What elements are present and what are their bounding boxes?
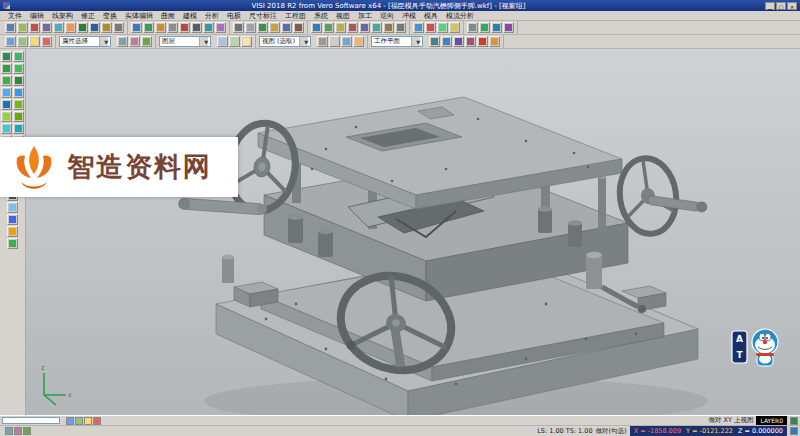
toolbar-icon[interactable] (77, 22, 88, 33)
toolbar-icon[interactable] (449, 22, 460, 33)
sidebar-tool-icon[interactable] (1, 63, 12, 74)
toolbar-icon[interactable] (477, 36, 488, 47)
attribute-filter-dropdown[interactable]: 属性选择 ▼ (59, 36, 111, 47)
menu-item[interactable]: 分析 (201, 11, 223, 21)
toolbar-icon[interactable] (179, 22, 190, 33)
toolbar-icon[interactable] (41, 22, 52, 33)
toolbar-icon[interactable] (317, 36, 328, 47)
status-icon[interactable] (84, 417, 92, 425)
toolbar-icon[interactable] (441, 36, 452, 47)
toolbar-icon[interactable] (437, 22, 448, 33)
menu-item[interactable]: 电极 (223, 11, 245, 21)
toolbar-icon[interactable] (29, 36, 40, 47)
status-icon[interactable] (23, 427, 31, 435)
toolbar-icon[interactable] (217, 36, 228, 47)
menu-item[interactable]: 工程图 (281, 11, 310, 21)
menu-item[interactable]: 实体编辑 (121, 11, 157, 21)
toolbar-icon[interactable] (335, 22, 346, 33)
window-titlebar[interactable]: VISI 2018 R2 from Vero Software x64 - [福… (0, 0, 800, 11)
menu-item[interactable]: 模流分析 (442, 11, 478, 21)
close-button[interactable]: ✕ (787, 2, 797, 10)
toolbar-icon[interactable] (101, 22, 112, 33)
menu-item[interactable]: 加工 (354, 11, 376, 21)
toolbar-icon[interactable] (41, 36, 52, 47)
toolbar-icon[interactable] (5, 22, 16, 33)
status-icon[interactable] (93, 417, 101, 425)
menu-item[interactable]: 修正 (77, 11, 99, 21)
minimize-button[interactable]: ▁ (765, 2, 775, 10)
menu-item[interactable]: 线架构 (48, 11, 77, 21)
toolbar-icon[interactable] (329, 36, 340, 47)
toolbar-icon[interactable] (429, 36, 440, 47)
menu-item[interactable]: 曲面 (157, 11, 179, 21)
toolbar-icon[interactable] (293, 22, 304, 33)
toolbar-icon[interactable] (257, 22, 268, 33)
sidebar-tool-icon[interactable] (1, 51, 12, 62)
right-handwheel[interactable] (615, 154, 708, 237)
menu-item[interactable]: 逆向 (376, 11, 398, 21)
toolbar-icon[interactable] (353, 36, 364, 47)
sidebar-tool-icon[interactable] (7, 226, 18, 237)
snap-toggle-label[interactable]: 做对(勾选) (596, 427, 627, 436)
sidebar-tool-icon[interactable] (13, 75, 24, 86)
toolbar-icon[interactable] (503, 22, 514, 33)
viewport-scene[interactable]: Z X (26, 49, 799, 415)
toolbar-icon[interactable] (233, 22, 244, 33)
toolbar-icon[interactable] (453, 36, 464, 47)
toolbar-icon[interactable] (215, 22, 226, 33)
sidebar-tool-icon[interactable] (13, 63, 24, 74)
toolbar-icon[interactable] (143, 22, 154, 33)
viewport-3d[interactable]: Z X A T (26, 49, 800, 415)
menu-item[interactable]: 尺寸标注 (245, 11, 281, 21)
toolbar-icon[interactable] (113, 22, 124, 33)
toolbar-icon[interactable] (311, 22, 322, 33)
toolbar-icon[interactable] (17, 22, 28, 33)
toolbar-icon[interactable] (191, 22, 202, 33)
toolbar-icon[interactable] (395, 22, 406, 33)
toolbar-icon[interactable] (359, 22, 370, 33)
toolbar-icon[interactable] (241, 36, 252, 47)
sidebar-tool-icon[interactable] (1, 87, 12, 98)
toolbar-icon[interactable] (5, 36, 16, 47)
sidebar-tool-icon[interactable] (13, 87, 24, 98)
toolbar-icon[interactable] (269, 22, 280, 33)
toolbar-icon[interactable] (129, 36, 140, 47)
toolbar-icon[interactable] (65, 22, 76, 33)
toolbar-icon[interactable] (465, 36, 476, 47)
sidebar-tool-icon[interactable] (13, 51, 24, 62)
sidebar-tool-icon[interactable] (13, 111, 24, 122)
toolbar-icon[interactable] (229, 36, 240, 47)
status-icon[interactable] (790, 427, 798, 435)
toolbar-icon[interactable] (491, 22, 502, 33)
sidebar-tool-icon[interactable] (1, 123, 12, 134)
sidebar-tool-icon[interactable] (7, 238, 18, 249)
toolbar-icon[interactable] (29, 22, 40, 33)
menu-item[interactable]: 变换 (99, 11, 121, 21)
view-dropdown[interactable]: 视图 (选取) ▼ (259, 36, 311, 47)
toolbar-icon[interactable] (117, 36, 128, 47)
layer-dropdown[interactable]: 图层 ▼ (159, 36, 211, 47)
toolbar-icon[interactable] (155, 22, 166, 33)
toolbar-icon[interactable] (413, 22, 424, 33)
toolbar-icon[interactable] (17, 36, 28, 47)
status-icon[interactable] (5, 427, 13, 435)
workplane-dropdown[interactable]: 工作平面 ▼ (371, 36, 423, 47)
menu-item[interactable]: 系统 (310, 11, 332, 21)
menu-item[interactable]: 视图 (332, 11, 354, 21)
menu-item[interactable]: 编辑 (26, 11, 48, 21)
snap-mode-label[interactable]: 做对 XY 上视图 (708, 416, 753, 425)
menu-item[interactable]: 冲模 (398, 11, 420, 21)
menu-item[interactable]: 建模 (179, 11, 201, 21)
toolbar-icon[interactable] (89, 22, 100, 33)
toolbar-icon[interactable] (383, 22, 394, 33)
toolbar-icon[interactable] (131, 22, 142, 33)
toolbar-icon[interactable] (425, 22, 436, 33)
active-layer-badge[interactable]: LAYER0 (756, 416, 787, 425)
status-input[interactable] (2, 417, 60, 424)
menu-item[interactable]: 模具 (420, 11, 442, 21)
status-icon[interactable] (75, 417, 83, 425)
toolbar-icon[interactable] (203, 22, 214, 33)
toolbar-icon[interactable] (141, 36, 152, 47)
toolbar-icon[interactable] (245, 22, 256, 33)
status-icon[interactable] (66, 417, 74, 425)
